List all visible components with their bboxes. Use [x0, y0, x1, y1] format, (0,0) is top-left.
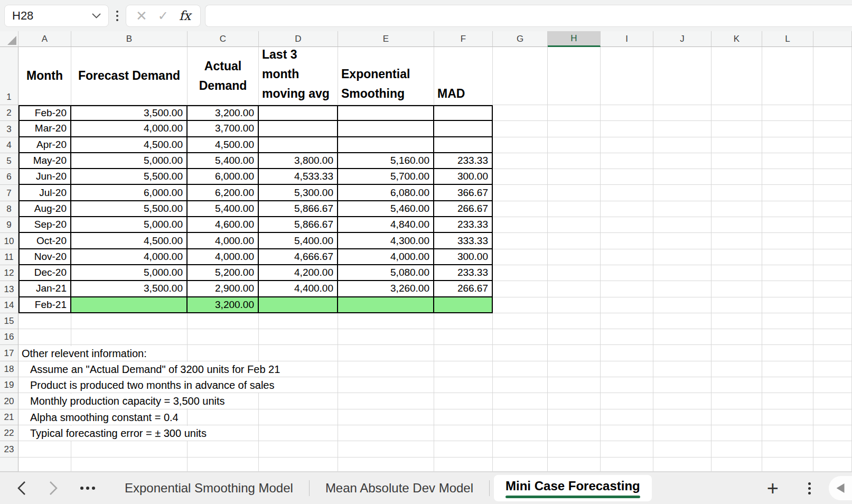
cell-K14[interactable]	[711, 297, 762, 313]
cell-I1[interactable]	[601, 47, 653, 105]
cell-I18[interactable]	[601, 361, 653, 377]
row-header-6[interactable]: 6	[0, 169, 18, 185]
cell-L2[interactable]	[762, 105, 813, 121]
cell-G13[interactable]	[493, 281, 548, 297]
all-sheets-button[interactable]	[80, 487, 95, 490]
column-header-E[interactable]: E	[338, 31, 434, 47]
cell-D20[interactable]	[259, 393, 338, 409]
cell-K10[interactable]	[711, 233, 762, 249]
column-header-A[interactable]: A	[18, 31, 71, 47]
cell-G6[interactable]	[493, 169, 548, 185]
cell-D10[interactable]: 5,400.00	[259, 233, 338, 249]
cell-K15[interactable]	[711, 313, 762, 329]
cell-E17[interactable]	[338, 345, 434, 361]
cell-C5[interactable]: 5,400.00	[188, 153, 259, 169]
cell-B1[interactable]: Forecast Demand	[71, 47, 188, 105]
cell-F15[interactable]	[434, 313, 493, 329]
row-header-9[interactable]: 9	[0, 217, 18, 233]
cell-L22[interactable]	[762, 425, 813, 441]
cell-L15[interactable]	[762, 313, 813, 329]
row-header-16[interactable]: 16	[0, 329, 18, 345]
cell-G16[interactable]	[493, 329, 548, 345]
cell-D22[interactable]	[259, 425, 338, 441]
cell-J18[interactable]	[653, 361, 711, 377]
cell-I20[interactable]	[601, 393, 653, 409]
cell-J23[interactable]	[653, 441, 711, 457]
cell-J3[interactable]	[653, 121, 711, 137]
cell-C23[interactable]	[188, 441, 259, 457]
cell-F20[interactable]	[434, 393, 493, 409]
row-header-21[interactable]: 21	[0, 409, 18, 425]
cell-F8[interactable]: 266.67	[434, 201, 493, 217]
cell-B15[interactable]	[71, 313, 188, 329]
cell-L13[interactable]	[762, 281, 813, 297]
cell-B23[interactable]	[71, 441, 188, 457]
cell-I17[interactable]	[601, 345, 653, 361]
cell-D5[interactable]: 3,800.00	[259, 153, 338, 169]
cell-A19-text[interactable]: Product is produced two months in advanc…	[30, 378, 279, 393]
cell-K7[interactable]	[711, 185, 762, 201]
cell-I23[interactable]	[601, 441, 653, 457]
row-header-15[interactable]: 15	[0, 313, 18, 329]
cell-H19[interactable]	[548, 377, 601, 393]
cell-I3[interactable]	[601, 121, 653, 137]
cell-L16[interactable]	[762, 329, 813, 345]
cell-G9[interactable]	[493, 217, 548, 233]
cell-F21[interactable]	[434, 409, 493, 425]
row-header-5[interactable]: 5	[0, 153, 18, 169]
column-header-H[interactable]: H	[548, 31, 601, 47]
cell-L6[interactable]	[762, 169, 813, 185]
cell-D2[interactable]	[259, 105, 338, 121]
cell-C6[interactable]: 6,000.00	[188, 169, 259, 185]
cell-F10[interactable]: 333.33	[434, 233, 493, 249]
cell-I16[interactable]	[601, 329, 653, 345]
cell-K3[interactable]	[711, 121, 762, 137]
cell-H23[interactable]	[548, 441, 601, 457]
cell-A9[interactable]: Sep-20	[18, 217, 71, 233]
row-header-13[interactable]: 13	[0, 281, 18, 297]
cell-F22[interactable]	[434, 425, 493, 441]
cell-B4[interactable]: 4,500.00	[71, 137, 188, 153]
cell-E6[interactable]: 5,700.00	[338, 169, 434, 185]
cell-D8[interactable]: 5,866.67	[259, 201, 338, 217]
cell-L4[interactable]	[762, 137, 813, 153]
cell-I12[interactable]	[601, 265, 653, 281]
cell-I13[interactable]	[601, 281, 653, 297]
cell-H16[interactable]	[548, 329, 601, 345]
cell-J8[interactable]	[653, 201, 711, 217]
column-header-K[interactable]: K	[711, 31, 762, 47]
sheet-tab-mean-absolute-dev-model[interactable]: Mean Absolute Dev Model	[310, 481, 489, 496]
cell-C14[interactable]: 3,200.00	[188, 297, 259, 313]
cell-A18-text[interactable]: Assume an "Actual Demand" of 3200 units …	[30, 362, 285, 377]
cell-K19[interactable]	[711, 377, 762, 393]
cancel-icon[interactable]: ✕	[136, 9, 147, 23]
cell-A1[interactable]: Month	[18, 47, 71, 105]
cell-K21[interactable]	[711, 409, 762, 425]
cell-B16[interactable]	[71, 329, 188, 345]
cell-A4[interactable]: Apr-20	[18, 137, 71, 153]
cell-A23[interactable]	[18, 441, 71, 457]
column-header-L[interactable]: L	[762, 31, 813, 47]
cell-E14[interactable]	[338, 297, 434, 313]
cell-J5[interactable]	[653, 153, 711, 169]
cell-D3[interactable]	[259, 121, 338, 137]
cell-K6[interactable]	[711, 169, 762, 185]
cell-E23[interactable]	[338, 441, 434, 457]
cell-E16[interactable]	[338, 329, 434, 345]
cell-L20[interactable]	[762, 393, 813, 409]
cell-D16[interactable]	[259, 329, 338, 345]
cell-I7[interactable]	[601, 185, 653, 201]
cell-H20[interactable]	[548, 393, 601, 409]
cell-J1[interactable]	[653, 47, 711, 105]
row-header-23[interactable]: 23	[0, 441, 18, 457]
cell-E20[interactable]	[338, 393, 434, 409]
cell-B10[interactable]: 4,500.00	[71, 233, 188, 249]
cell-L5[interactable]	[762, 153, 813, 169]
cell-A5[interactable]: May-20	[18, 153, 71, 169]
row-header-4[interactable]: 4	[0, 137, 18, 153]
sheet-options-button[interactable]	[808, 482, 811, 494]
cell-I8[interactable]	[601, 201, 653, 217]
cell-K11[interactable]	[711, 249, 762, 265]
cell-H8[interactable]	[548, 201, 601, 217]
cell-C17[interactable]	[188, 345, 259, 361]
